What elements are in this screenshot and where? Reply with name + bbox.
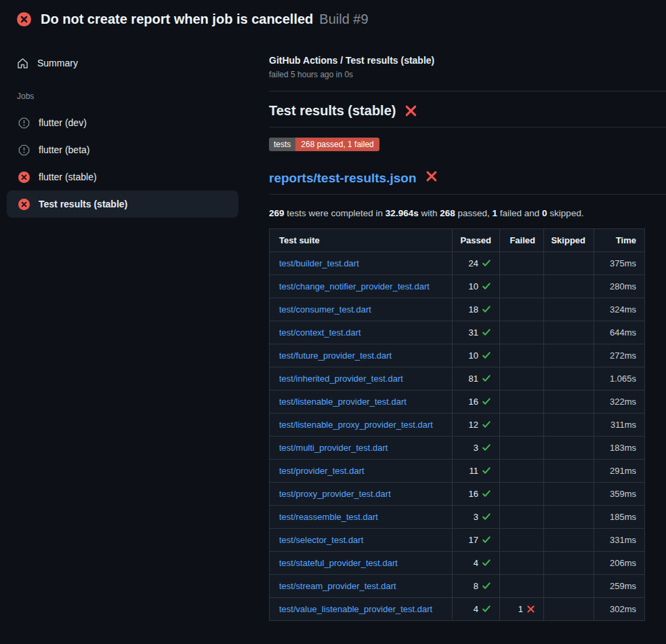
time-cell: 322ms	[594, 390, 645, 414]
summary-seg: with	[419, 208, 440, 218]
cancelled-stop-icon	[18, 117, 30, 129]
time-cell: 375ms	[594, 252, 645, 275]
passed-cell: 4	[453, 552, 500, 575]
test-suite-link[interactable]: test/value_listenable_provider_test.dart	[279, 604, 432, 614]
passed-cell: 16	[453, 390, 500, 414]
skipped-cell	[544, 344, 594, 367]
suite-cell: test/inherited_provider_test.dart	[270, 367, 453, 390]
report-heading: reports/test-results.json	[269, 170, 666, 195]
skipped-cell	[544, 275, 594, 298]
passed-cell: 18	[453, 298, 500, 321]
passed-cell: 24	[453, 252, 500, 275]
passed-cell: 3	[453, 506, 500, 529]
time-cell: 644ms	[594, 321, 645, 344]
column-header: Failed	[500, 229, 544, 252]
test-suite-link[interactable]: test/listenable_proxy_provider_test.dart	[279, 420, 433, 430]
test-suite-link[interactable]: test/context_test.dart	[279, 327, 361, 338]
tests-badge: tests 268 passed, 1 failed	[269, 138, 379, 151]
test-suite-link[interactable]: test/proxy_provider_test.dart	[279, 489, 391, 499]
failed-x-icon	[404, 104, 417, 117]
table-row: test/listenable_proxy_provider_test.dart…	[270, 414, 645, 437]
failed-cell	[500, 321, 544, 344]
time-cell: 302ms	[594, 598, 645, 621]
badge-label: tests	[269, 138, 295, 151]
test-suite-link[interactable]: test/stream_provider_test.dart	[279, 581, 396, 591]
sidebar: Summary Jobs flutter (dev)flutter (beta)…	[0, 38, 257, 218]
skipped-cell	[544, 529, 594, 552]
table-row: test/provider_test.dart11291ms	[270, 460, 645, 483]
page-title: Do not create report when job is cancell…	[41, 12, 313, 27]
failed-cell	[500, 575, 544, 598]
sidebar-job-item[interactable]: Test results (stable)	[7, 190, 238, 218]
skipped-cell	[544, 552, 594, 575]
table-row: test/reassemble_test.dart3185ms	[270, 506, 645, 529]
job-list: flutter (dev)flutter (beta)flutter (stab…	[7, 109, 238, 218]
time-cell: 331ms	[594, 529, 645, 552]
skipped-cell	[544, 460, 594, 483]
sidebar-summary-label: Summary	[37, 58, 78, 68]
sidebar-job-item[interactable]: flutter (stable)	[7, 163, 238, 190]
build-header: Do not create report when job is cancell…	[0, 0, 666, 38]
skipped-cell	[544, 298, 594, 321]
report-file-link[interactable]: reports/test-results.json	[269, 171, 417, 186]
summary-seg: skipped.	[547, 208, 584, 218]
time-cell: 183ms	[594, 437, 645, 460]
suite-cell: test/future_provider_test.dart	[270, 344, 453, 367]
sidebar-job-item[interactable]: flutter (beta)	[7, 136, 238, 163]
build-number: Build #9	[319, 12, 368, 27]
failed-cell	[500, 367, 544, 390]
test-suite-link[interactable]: test/builder_test.dart	[279, 258, 359, 268]
table-row: test/stream_provider_test.dart8259ms	[270, 575, 645, 598]
badge-value: 268 passed, 1 failed	[295, 138, 379, 151]
test-suite-link[interactable]: test/inherited_provider_test.dart	[279, 374, 403, 384]
suite-cell: test/proxy_provider_test.dart	[270, 483, 453, 506]
time-cell: 311ms	[594, 414, 645, 437]
skipped-count: 0	[542, 208, 547, 218]
failed-cell	[500, 552, 544, 575]
suite-cell: test/provider_test.dart	[270, 460, 453, 483]
sidebar-item-summary[interactable]: Summary	[17, 55, 257, 71]
table-row: test/proxy_provider_test.dart16359ms	[270, 483, 645, 506]
test-suite-link[interactable]: test/future_provider_test.dart	[279, 350, 392, 361]
skipped-cell	[544, 506, 594, 529]
section-heading: Test results (stable)	[269, 103, 666, 127]
skipped-cell	[544, 252, 594, 275]
failed-circle-icon	[18, 199, 30, 210]
table-row: test/selector_test.dart17331ms	[270, 529, 645, 552]
failed-cell	[500, 483, 544, 506]
test-suite-link[interactable]: test/stateful_provider_test.dart	[279, 558, 398, 568]
test-suite-link[interactable]: test/listenable_provider_test.dart	[279, 397, 407, 407]
status-line: failed 5 hours ago in 0s	[269, 70, 666, 79]
suite-cell: test/multi_provider_test.dart	[270, 437, 453, 460]
job-label: Test results (stable)	[39, 199, 127, 209]
summary-seg: tests were completed in	[285, 208, 386, 218]
failed-cell	[500, 460, 544, 483]
test-suite-link[interactable]: test/multi_provider_test.dart	[279, 443, 388, 453]
test-suite-link[interactable]: test/reassemble_test.dart	[279, 512, 378, 522]
failed-cell	[500, 437, 544, 460]
skipped-cell	[544, 483, 594, 506]
main-content: GitHub Actions / Test results (stable) f…	[269, 38, 666, 621]
suite-cell: test/listenable_proxy_provider_test.dart	[270, 414, 453, 437]
failed-cell	[500, 344, 544, 367]
time-cell: 291ms	[594, 460, 645, 483]
skipped-cell	[544, 390, 594, 414]
table-row: test/value_listenable_provider_test.dart…	[270, 598, 645, 621]
home-icon	[17, 58, 28, 69]
test-suite-link[interactable]: test/provider_test.dart	[279, 466, 365, 476]
test-suite-link[interactable]: test/selector_test.dart	[279, 535, 363, 545]
cancelled-stop-icon	[18, 144, 30, 156]
table-row: test/context_test.dart31644ms	[270, 321, 645, 344]
passed-cell: 81	[453, 367, 500, 390]
table-row: test/listenable_provider_test.dart16322m…	[270, 390, 645, 414]
test-table-body: test/builder_test.dart24375mstest/change…	[270, 252, 645, 621]
test-suite-link[interactable]: test/change_notifier_provider_test.dart	[279, 281, 430, 291]
time-cell: 1.065s	[594, 367, 645, 390]
column-header: Time	[594, 229, 645, 252]
test-suite-link[interactable]: test/consumer_test.dart	[279, 304, 371, 315]
passed-cell: 17	[453, 529, 500, 552]
test-results-table: Test suitePassedFailedSkippedTime test/b…	[269, 228, 645, 621]
sidebar-job-item[interactable]: flutter (dev)	[7, 109, 238, 136]
failed-cell	[500, 252, 544, 275]
passed-cell: 8	[453, 575, 500, 598]
